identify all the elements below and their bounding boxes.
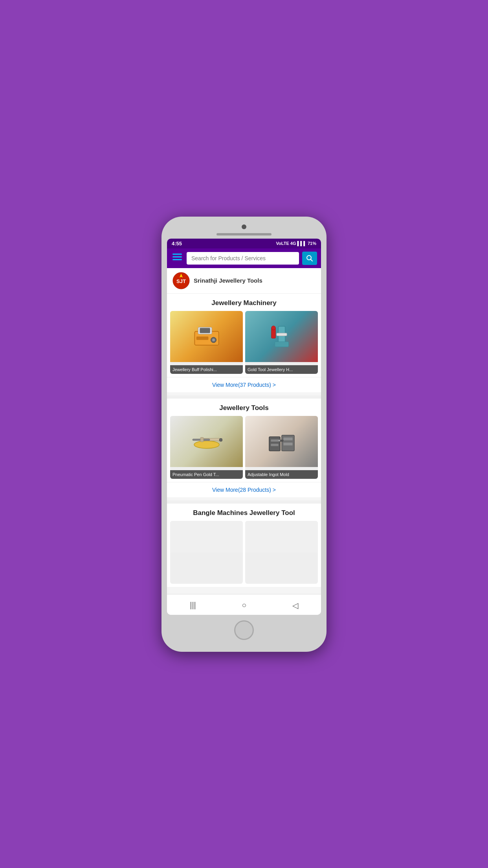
back-button[interactable]: ◁ xyxy=(284,599,306,612)
phone-shell: 4:55 VoLTE 4G ▌▌▌ 71% xyxy=(161,217,327,652)
svg-rect-26 xyxy=(271,443,279,446)
svg-line-4 xyxy=(311,259,313,261)
search-button[interactable] xyxy=(302,252,317,265)
company-logo: SJT xyxy=(172,272,190,289)
section-title-bangle: Bangle Machines Jewellery Tool xyxy=(167,504,321,521)
phone-screen: 4:55 VoLTE 4G ▌▌▌ 71% xyxy=(167,239,321,615)
section-jewellery-tools: Jewellery Tools Pneumatic xyxy=(167,399,321,497)
status-time: 4:55 xyxy=(172,241,182,246)
view-more-machinery-link[interactable]: View More(37 Products) > xyxy=(212,382,276,388)
buff-polisher-svg xyxy=(193,323,220,350)
section-title-tools: Jewellery Tools xyxy=(167,399,321,416)
product-image-buff-polisher xyxy=(170,311,243,362)
product-label-buff-polisher: Jewellery Buff Polishi... xyxy=(170,365,243,374)
section-divider-2 xyxy=(167,500,321,504)
svg-point-18 xyxy=(271,326,275,330)
svg-rect-13 xyxy=(196,337,208,340)
view-more-tools[interactable]: View More(28 Products) > xyxy=(167,482,321,497)
nav-bar xyxy=(167,248,321,268)
svg-point-12 xyxy=(212,338,215,341)
svg-rect-1 xyxy=(172,256,182,257)
svg-rect-29 xyxy=(283,442,293,445)
pneumatic-pen-svg xyxy=(191,428,222,455)
content-area: SJT Srinathji Jewellery Tools Jewellery … xyxy=(167,268,321,594)
sjt-logo: SJT xyxy=(172,272,190,289)
company-name: Srinathji Jewellery Tools xyxy=(194,277,262,284)
product-grid-machinery: Jewellery Buff Polishi... xyxy=(167,311,321,377)
section-bangle-machines: Bangle Machines Jewellery Tool xyxy=(167,504,321,587)
svg-rect-10 xyxy=(200,328,210,333)
svg-text:SJT: SJT xyxy=(176,278,186,284)
svg-rect-23 xyxy=(200,437,204,441)
product-image-ingot-mold xyxy=(245,416,318,467)
search-input[interactable] xyxy=(187,252,299,265)
product-card-bangle-1[interactable] xyxy=(170,521,243,584)
product-image-pneumatic-pen xyxy=(170,416,243,467)
product-label-gold-press: Gold Tool Jewellery H... xyxy=(245,365,318,374)
gold-press-svg xyxy=(268,323,295,350)
section-title-machinery: Jewellery Machinery xyxy=(167,294,321,311)
product-grid-bangle xyxy=(167,521,321,587)
product-label-pneumatic-pen: Pneumatic Pen Gold T... xyxy=(170,470,243,479)
svg-point-31 xyxy=(278,440,280,441)
svg-rect-2 xyxy=(172,259,182,260)
battery-icon: 71% xyxy=(308,241,316,246)
svg-point-22 xyxy=(219,438,222,441)
speaker xyxy=(216,233,272,235)
ingot-mold-svg xyxy=(266,428,297,455)
product-grid-tools: Pneumatic Pen Gold T... xyxy=(167,416,321,482)
network-icon: VoLTE 4G ▌▌▌ xyxy=(276,241,306,246)
status-bar: 4:55 VoLTE 4G ▌▌▌ 71% xyxy=(167,239,321,248)
view-more-tools-link[interactable]: View More(28 Products) > xyxy=(212,487,276,493)
product-card-buff-polisher[interactable]: Jewellery Buff Polishi... xyxy=(170,311,243,374)
section-jewellery-machinery: Jewellery Machinery xyxy=(167,294,321,392)
view-more-machinery[interactable]: View More(37 Products) > xyxy=(167,377,321,392)
product-card-pneumatic-pen[interactable]: Pneumatic Pen Gold T... xyxy=(170,416,243,479)
status-icons: VoLTE 4G ▌▌▌ 71% xyxy=(276,241,316,246)
front-camera xyxy=(242,224,246,229)
svg-rect-25 xyxy=(271,439,279,441)
menu-icon[interactable] xyxy=(171,252,183,264)
product-card-bangle-2[interactable] xyxy=(245,521,318,584)
section-divider-1 xyxy=(167,395,321,399)
home-button-physical[interactable] xyxy=(234,620,254,640)
bottom-nav: ||| ○ ◁ xyxy=(167,594,321,615)
svg-point-19 xyxy=(194,441,219,448)
company-header: SJT Srinathji Jewellery Tools xyxy=(167,268,321,294)
search-icon xyxy=(306,255,313,262)
product-label-ingot-mold: Adjustable Ingot Mold xyxy=(245,470,318,479)
svg-rect-0 xyxy=(172,254,182,255)
home-button[interactable]: ○ xyxy=(234,599,254,611)
svg-rect-28 xyxy=(283,437,293,440)
product-card-ingot-mold[interactable]: Adjustable Ingot Mold xyxy=(245,416,318,479)
product-image-bangle-1 xyxy=(170,521,243,552)
svg-rect-15 xyxy=(275,342,288,347)
svg-rect-16 xyxy=(276,333,286,336)
product-image-bangle-2 xyxy=(245,521,318,552)
product-image-gold-press xyxy=(245,311,318,362)
product-card-gold-press[interactable]: Gold Tool Jewellery H... xyxy=(245,311,318,374)
recents-button[interactable]: ||| xyxy=(182,599,204,611)
